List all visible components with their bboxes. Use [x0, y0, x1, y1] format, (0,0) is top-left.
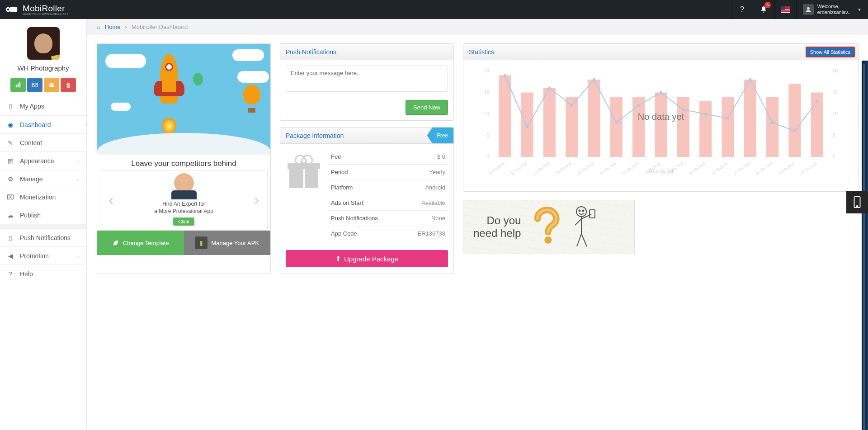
device-preview-toggle[interactable] [846, 191, 868, 213]
svg-point-64 [576, 207, 586, 217]
welcome-label: Welcome, [817, 4, 852, 9]
svg-text:13-03-2015: 13-03-2015 [533, 161, 550, 175]
package-row: Push NotificationsNone [328, 210, 448, 226]
sidebar-item-push-notifications[interactable]: ▯Push Notifications [0, 228, 86, 246]
sidebar-item-appearance[interactable]: ▦Appearance⌄ [0, 151, 86, 170]
app-avatar[interactable] [27, 27, 60, 60]
svg-text:15: 15 [833, 90, 838, 95]
help-line1: Do you [473, 214, 521, 227]
quick-stats-button[interactable] [10, 78, 26, 92]
change-template-button[interactable]: Change Template [97, 231, 184, 255]
svg-rect-19 [543, 88, 556, 157]
svg-rect-67 [590, 210, 595, 218]
svg-point-35 [571, 104, 573, 107]
leaf-icon [112, 239, 119, 246]
package-row: App CodeER136738 [328, 226, 448, 241]
promo-illustration [97, 44, 270, 155]
caret-down-icon: ▼ [857, 7, 862, 12]
svg-rect-5 [19, 82, 20, 87]
show-all-statistics-button[interactable]: Show All Statistics [806, 47, 855, 57]
breadcrumb-current: Mobiroller Dashboard [132, 24, 188, 30]
sidebar-item-monetization[interactable]: ⌧Monetization [0, 188, 86, 206]
grid-icon: ▦ [6, 157, 14, 165]
phone-icon: ▯ [6, 234, 14, 241]
carousel-prev[interactable]: ‹ [107, 191, 115, 208]
svg-point-37 [615, 121, 618, 124]
sidebar-item-my-apps[interactable]: ▯My Apps [0, 97, 86, 115]
username: erdenizsanlav... [817, 9, 852, 15]
brand-name: MobiRoller [23, 4, 69, 14]
svg-point-69 [857, 206, 858, 207]
sidebar-item-promotion[interactable]: ◀Promotion⌄ [0, 246, 86, 265]
chevron-right-icon: › [125, 24, 127, 30]
svg-rect-18 [521, 93, 533, 157]
money-icon: ⌧ [6, 194, 14, 201]
svg-point-36 [593, 78, 595, 81]
svg-point-33 [526, 126, 528, 128]
carousel-next[interactable]: › [252, 191, 261, 208]
sidebar-item-dashboard[interactable]: ◉Dashboard [0, 115, 86, 133]
svg-text:20: 20 [484, 68, 490, 73]
svg-rect-28 [744, 80, 756, 157]
account-menu[interactable]: Welcome, erdenizsanlav... ▼ [796, 0, 868, 19]
gift-icon [286, 152, 322, 188]
package-row: Ads on StartAvailable [328, 195, 448, 210]
svg-rect-3 [16, 85, 17, 87]
expert-avatar-icon [174, 173, 194, 193]
svg-point-42 [726, 117, 729, 120]
svg-text:10: 10 [484, 111, 490, 116]
push-panel-title: Push Notifications [280, 44, 453, 60]
quick-apps-button[interactable] [44, 78, 59, 92]
language-flag[interactable] [774, 0, 796, 19]
help-icon[interactable]: ? [731, 0, 753, 19]
help-banner[interactable]: Do you need help [463, 200, 635, 254]
svg-point-65 [579, 210, 580, 212]
package-row: PlatformAndroid [328, 180, 448, 195]
upgrade-package-button[interactable]: ⬆ Upgrade Package [286, 250, 448, 267]
svg-rect-26 [699, 101, 712, 157]
svg-text:23-03-2015: 23-03-2015 [755, 161, 773, 175]
svg-text:15-03-2015: 15-03-2015 [577, 161, 594, 175]
android-icon: ▮ [195, 236, 208, 249]
logo-mark-icon [5, 5, 19, 14]
svg-rect-27 [722, 97, 734, 157]
sidebar-item-content[interactable]: ✎Content [0, 133, 86, 151]
svg-text:11-03-2015: 11-03-2015 [488, 161, 505, 175]
chevron-down-icon: ⌄ [76, 158, 80, 163]
send-now-button[interactable]: Send Now [406, 100, 448, 115]
brand-logo[interactable]: MobiRoller MAKE YOUR OWN MOBILE APP [5, 4, 69, 15]
svg-point-41 [704, 113, 707, 115]
svg-text:0: 0 [486, 154, 489, 159]
svg-point-38 [637, 104, 640, 107]
svg-text:15: 15 [484, 90, 490, 95]
svg-rect-29 [766, 97, 778, 157]
upload-icon: ⬆ [335, 255, 341, 263]
svg-text:16-03-2015: 16-03-2015 [599, 161, 617, 175]
notification-badge: 5 [764, 2, 771, 8]
svg-rect-24 [655, 93, 667, 157]
dashboard-icon: ◉ [6, 121, 14, 128]
sidebar-item-publish[interactable]: ☁Publish [0, 206, 86, 224]
sidebar: WH Photography $ ▯My Apps ◉Dashboard ✎Co… [0, 19, 87, 430]
svg-point-32 [504, 74, 506, 77]
quick-mail-button[interactable] [27, 78, 42, 92]
breadcrumb-home[interactable]: Home [105, 24, 121, 30]
svg-rect-21 [588, 80, 600, 157]
question-mark-icon [525, 207, 566, 247]
stick-figure-icon [571, 204, 598, 250]
notifications-icon[interactable]: 5 [753, 0, 774, 19]
svg-point-39 [660, 91, 662, 94]
quick-monetize-button[interactable]: $ [61, 78, 76, 92]
svg-text:12-03-2015: 12-03-2015 [510, 161, 528, 175]
phone-icon: ▯ [6, 103, 14, 110]
carousel-cta-button[interactable]: Click [173, 217, 195, 226]
svg-rect-17 [499, 76, 511, 157]
chevron-down-icon: ⌄ [76, 176, 80, 181]
sidebar-item-manage[interactable]: ⚙Manage⌄ [0, 170, 86, 188]
gear-icon: ⚙ [6, 175, 14, 183]
sidebar-item-help[interactable]: ?Help [0, 265, 86, 283]
svg-point-2 [807, 7, 810, 10]
manage-apk-button[interactable]: ▮ Manage Your APK [184, 231, 271, 255]
statistics-chart: 005510101515202011-03-201512-03-201513-0… [472, 66, 850, 175]
push-message-input[interactable] [286, 66, 448, 92]
